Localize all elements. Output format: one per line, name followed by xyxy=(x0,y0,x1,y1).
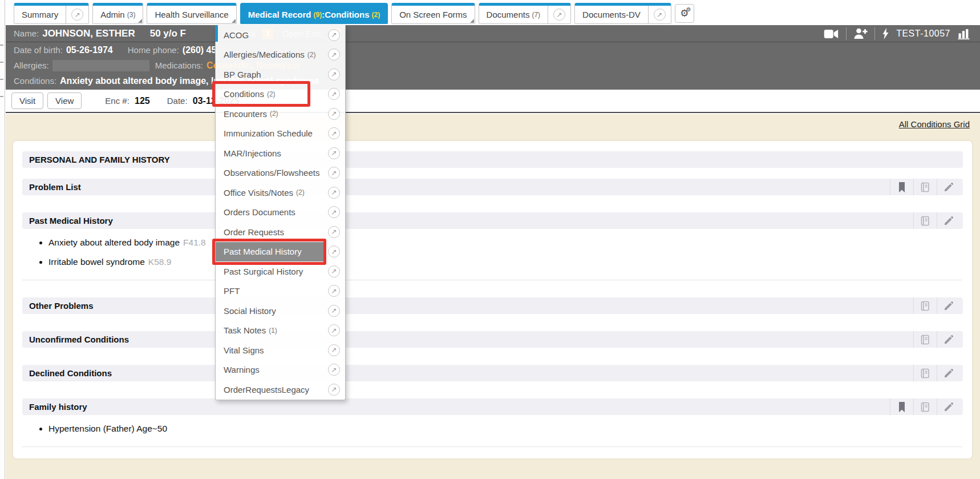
book-icon[interactable] xyxy=(913,212,937,229)
menu-fold-icon xyxy=(470,19,474,23)
open-in-new-icon[interactable]: ↗ xyxy=(328,69,340,80)
menu-item-bp-graph[interactable]: BP Graph↗ xyxy=(216,65,345,84)
menu-item-orderrequestslegacy[interactable]: OrderRequestsLegacy↗ xyxy=(216,380,345,400)
book-icon[interactable] xyxy=(913,179,937,195)
open-in-new-icon[interactable]: ↗ xyxy=(328,187,340,199)
patient-conditions-row: Conditions: Anxiety about altered body i… xyxy=(6,73,980,88)
tab-medical-record-section-count: (2) xyxy=(372,11,380,19)
open-in-new-icon[interactable]: ↗ xyxy=(328,167,340,179)
book-icon[interactable] xyxy=(913,331,937,348)
open-in-new-icon[interactable]: ↗ xyxy=(328,265,340,277)
open-in-new-icon[interactable]: ↗ xyxy=(328,29,340,41)
menu-item-vital-signs[interactable]: Vital Signs↗ xyxy=(216,340,345,360)
menu-item-past-medical-history[interactable]: Past Medical History↗ xyxy=(216,242,345,262)
menu-item-social-history[interactable]: Social History↗ xyxy=(216,301,345,321)
open-in-new-icon[interactable]: ↗ xyxy=(328,147,340,159)
open-in-new-icon[interactable]: ↗ xyxy=(328,206,340,218)
bookmark-icon[interactable] xyxy=(890,399,913,415)
menu-item-mar-injections[interactable]: MAR/Injections↗ xyxy=(216,143,345,163)
menu-item-orders-documents[interactable]: Orders Documents↗ xyxy=(216,203,345,223)
section-title: PERSONAL AND FAMILY HISTORY xyxy=(29,155,170,164)
open-in-new-icon[interactable]: ↗ xyxy=(328,226,340,238)
tab-documents-dv[interactable]: Documents-DV ↗ xyxy=(574,3,671,24)
left-gutter[interactable] xyxy=(0,0,5,479)
open-in-new-icon[interactable]: ↗ xyxy=(328,108,340,120)
tab-summary-label: Summary xyxy=(14,6,66,23)
section-title: Problem List xyxy=(29,182,81,192)
menu-fold-icon xyxy=(232,19,236,23)
visit-button[interactable]: Visit xyxy=(11,92,43,109)
settings-button[interactable]: ⚙⚙ xyxy=(675,4,694,23)
add-user-icon[interactable] xyxy=(853,28,868,39)
section-title: Other Problems xyxy=(29,301,94,311)
gutter-tick xyxy=(0,45,3,46)
menu-item-allergies-medications[interactable]: Allergies/Medications(2)↗ xyxy=(216,45,345,65)
menu-item-pft[interactable]: PFT↗ xyxy=(216,281,345,301)
tab-health-surveillance[interactable]: Health Surveillance xyxy=(147,3,236,24)
book-icon[interactable] xyxy=(913,365,937,381)
divider xyxy=(874,27,875,40)
menu-item-past-surgical-history[interactable]: Past Surgical History↗ xyxy=(216,261,345,281)
pencil-icon[interactable] xyxy=(937,297,960,314)
section-header: Unconfirmed Conditions xyxy=(22,331,963,348)
open-in-new-icon[interactable]: ↗ xyxy=(328,127,340,139)
all-conditions-grid-link[interactable]: All Conditions Grid xyxy=(899,119,970,129)
section-header: Family history xyxy=(22,399,963,415)
medications-label: Medications: xyxy=(155,61,203,70)
tab-documents-open-new[interactable]: ↗ xyxy=(548,6,570,23)
menu-item-acog[interactable]: ACOG↗ xyxy=(216,25,345,45)
list-item: Hypertension (Father) Age~50 xyxy=(48,424,953,434)
past-medical-history-list: Anxiety about altered body imageF41.8 Ir… xyxy=(22,229,962,280)
book-icon[interactable] xyxy=(913,399,937,415)
view-button[interactable]: View xyxy=(47,92,82,109)
video-camera-icon[interactable] xyxy=(824,29,839,39)
tab-medical-record[interactable]: Medical Record(9):Conditions(2) xyxy=(240,3,388,24)
tab-admin[interactable]: Admin(3) xyxy=(92,3,143,24)
open-in-new-icon[interactable]: ↗ xyxy=(328,49,340,61)
pencil-icon[interactable] xyxy=(937,331,960,348)
family-history-list: Hypertension (Father) Age~50 xyxy=(22,415,962,447)
tab-summary-open-new[interactable]: ↗ xyxy=(66,6,88,23)
conditions-content: All Conditions Grid PERSONAL AND FAMILY … xyxy=(6,114,980,479)
redaction-box xyxy=(52,60,149,71)
tab-summary[interactable]: Summary ↗ xyxy=(14,3,89,24)
menu-item-observations-flowsheets[interactable]: Observations/Flowsheets↗ xyxy=(216,163,345,183)
menu-item-immunization-schedule[interactable]: Immunization Schedule↗ xyxy=(216,124,345,144)
enc-number-value: 125 xyxy=(135,96,150,106)
tab-health-surveillance-label: Health Surveillance xyxy=(147,6,236,23)
menu-item-warnings[interactable]: Warnings↗ xyxy=(216,360,345,380)
open-in-new-icon[interactable]: ↗ xyxy=(328,364,340,376)
open-in-new-icon[interactable]: ↗ xyxy=(328,245,340,257)
section-title: Declined Conditions xyxy=(29,368,112,378)
menu-item-encounters[interactable]: Encounters(2)↗ xyxy=(216,104,345,124)
tab-on-screen-forms[interactable]: On Screen Forms xyxy=(391,3,475,24)
section-title: Past Medical History xyxy=(29,216,113,226)
pencil-icon[interactable] xyxy=(937,365,960,381)
open-in-new-icon[interactable]: ↗ xyxy=(328,384,340,396)
bookmark-icon[interactable] xyxy=(890,179,913,195)
open-in-new-icon[interactable]: ↗ xyxy=(328,305,340,317)
top-tab-bar: Summary ↗ Admin(3) Health Surveillance M… xyxy=(6,0,980,25)
tab-documents-dv-open-new[interactable]: ↗ xyxy=(648,6,671,23)
open-in-new-icon[interactable]: ↗ xyxy=(328,285,340,297)
pencil-icon[interactable] xyxy=(937,212,960,229)
open-in-new-icon[interactable]: ↗ xyxy=(328,324,340,336)
menu-item-office-visits-notes[interactable]: Office Visits/Notes(2)↗ xyxy=(216,183,345,203)
menu-item-conditions[interactable]: Conditions(2)↗ xyxy=(216,84,345,104)
patient-allergies-row: Allergies: Medications: Coumadin, Neomyc… xyxy=(6,58,980,73)
pencil-icon[interactable] xyxy=(937,399,960,415)
chart-icon[interactable] xyxy=(957,29,971,39)
open-in-new-icon[interactable]: ↗ xyxy=(328,88,340,100)
book-icon[interactable] xyxy=(913,297,937,314)
personal-family-history-card: PERSONAL AND FAMILY HISTORY Problem List… xyxy=(13,141,972,458)
menu-fold-icon xyxy=(138,19,142,23)
dob-label: Date of birth: xyxy=(14,45,63,55)
open-in-new-icon[interactable]: ↗ xyxy=(328,344,340,356)
pencil-icon[interactable] xyxy=(937,179,960,195)
lightning-bolt-icon[interactable] xyxy=(882,28,889,39)
tab-admin-label: Admin xyxy=(100,10,125,19)
menu-item-order-requests[interactable]: Order Requests↗ xyxy=(216,222,345,242)
tab-documents[interactable]: Documents(7) ↗ xyxy=(479,3,572,24)
menu-item-task-notes[interactable]: Task Notes(1)↗ xyxy=(216,321,345,341)
icd-code: K58.9 xyxy=(148,257,172,267)
